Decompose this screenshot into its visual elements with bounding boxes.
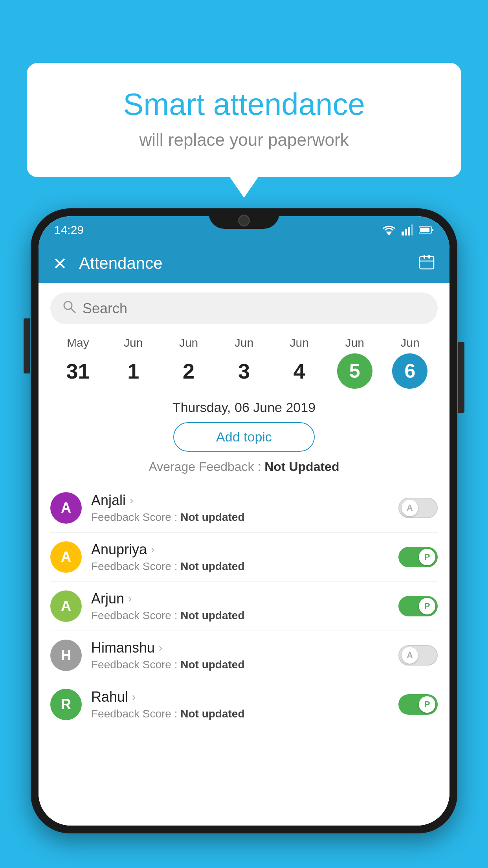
feedback-score: Feedback Score : Not updated	[91, 511, 398, 524]
svg-rect-4	[411, 224, 413, 235]
date-cell[interactable]: Jun2	[171, 336, 206, 389]
date-month: May	[67, 336, 89, 349]
speech-bubble-subtitle: will replace your paperwork	[58, 130, 430, 150]
date-day[interactable]: 1	[116, 353, 151, 389]
battery-icon	[419, 226, 434, 234]
status-time: 14:29	[54, 223, 84, 237]
toggle-knob: P	[419, 598, 435, 614]
chevron-icon: ›	[128, 592, 132, 605]
date-cell[interactable]: Jun5	[337, 336, 372, 389]
student-item: RRahul ›Feedback Score : Not updatedP	[50, 680, 438, 729]
attendance-toggle[interactable]: P	[398, 694, 438, 715]
svg-marker-0	[386, 232, 392, 235]
speech-bubble-title: Smart attendance	[58, 86, 430, 122]
date-day[interactable]: 5	[337, 353, 372, 389]
notch	[209, 208, 279, 229]
student-info: Arjun ›Feedback Score : Not updated	[91, 590, 398, 622]
svg-rect-7	[420, 228, 429, 232]
phone-container: 14:29	[31, 208, 457, 868]
student-info: Rahul ›Feedback Score : Not updated	[91, 689, 398, 720]
speech-bubble-container: Smart attendance will replace your paper…	[27, 63, 461, 177]
toggle-wrap[interactable]: P	[398, 596, 438, 616]
date-month: Jun	[400, 336, 419, 349]
app-bar-title: Attendance	[79, 254, 418, 273]
svg-line-13	[71, 309, 75, 313]
toggle-knob: P	[419, 549, 435, 565]
avatar: A	[50, 541, 82, 573]
svg-rect-6	[432, 229, 433, 231]
date-month: Jun	[179, 336, 198, 349]
date-month: Jun	[290, 336, 309, 349]
phone-outer: 14:29	[31, 208, 457, 833]
avatar: R	[50, 689, 82, 720]
chevron-icon: ›	[151, 543, 154, 556]
avg-feedback-label: Average Feedback :	[149, 460, 265, 474]
date-strip: May31Jun1Jun2Jun3Jun4Jun5Jun6	[39, 328, 449, 389]
chevron-icon: ›	[159, 642, 162, 654]
toggle-wrap[interactable]: A	[398, 498, 438, 518]
date-month: Jun	[345, 336, 364, 349]
date-day[interactable]: 4	[282, 353, 317, 389]
student-item: AAnupriya ›Feedback Score : Not updatedP	[50, 533, 438, 582]
student-name[interactable]: Rahul ›	[91, 689, 398, 705]
date-cell[interactable]: Jun6	[392, 336, 427, 389]
toggle-wrap[interactable]: P	[398, 547, 438, 567]
date-day[interactable]: 2	[171, 353, 206, 389]
signal-icon	[402, 224, 413, 235]
chevron-icon: ›	[132, 691, 136, 703]
add-topic-button[interactable]: Add topic	[173, 422, 315, 452]
toggle-wrap[interactable]: A	[398, 645, 438, 666]
date-day[interactable]: 31	[60, 353, 95, 389]
avg-feedback-value: Not Updated	[264, 460, 339, 474]
date-day[interactable]: 3	[226, 353, 262, 389]
main-content: May31Jun1Jun2Jun3Jun4Jun5Jun6 Thursday, …	[39, 283, 449, 826]
search-icon	[62, 300, 76, 317]
calendar-icon[interactable]	[418, 253, 435, 274]
student-info: Anupriya ›Feedback Score : Not updated	[91, 541, 398, 573]
svg-rect-3	[408, 227, 410, 235]
student-item: HHimanshu ›Feedback Score : Not updatedA	[50, 631, 438, 680]
attendance-toggle[interactable]: P	[398, 547, 438, 567]
attendance-toggle[interactable]: A	[398, 645, 438, 666]
search-input[interactable]	[83, 300, 426, 317]
attendance-toggle[interactable]: P	[398, 596, 438, 616]
status-icons	[382, 224, 434, 235]
svg-rect-8	[420, 256, 434, 269]
attendance-toggle[interactable]: A	[398, 498, 438, 518]
student-info: Anjali ›Feedback Score : Not updated	[91, 492, 398, 524]
close-button[interactable]: ✕	[53, 254, 67, 274]
svg-rect-10	[428, 255, 430, 259]
date-cell[interactable]: Jun1	[116, 336, 151, 389]
camera	[238, 215, 250, 226]
toggle-knob: A	[402, 647, 418, 664]
date-cell[interactable]: Jun3	[226, 336, 262, 389]
svg-rect-9	[424, 255, 425, 259]
search-bar[interactable]	[50, 292, 438, 324]
student-item: AArjun ›Feedback Score : Not updatedP	[50, 582, 438, 631]
selected-date: Thursday, 06 June 2019	[39, 400, 449, 415]
feedback-score: Feedback Score : Not updated	[91, 658, 398, 671]
toggle-knob: A	[402, 500, 418, 516]
toggle-wrap[interactable]: P	[398, 694, 438, 715]
student-name[interactable]: Anjali ›	[91, 492, 398, 509]
date-cell[interactable]: Jun4	[282, 336, 317, 389]
feedback-score: Feedback Score : Not updated	[91, 708, 398, 720]
date-month: Jun	[235, 336, 253, 349]
svg-rect-2	[405, 229, 407, 235]
app-bar: ✕ Attendance	[39, 244, 449, 283]
chevron-icon: ›	[130, 494, 133, 507]
date-cell[interactable]: May31	[60, 336, 95, 389]
avatar: H	[50, 640, 82, 671]
student-name[interactable]: Himanshu ›	[91, 640, 398, 656]
student-item: AAnjali ›Feedback Score : Not updatedA	[50, 484, 438, 533]
student-name[interactable]: Arjun ›	[91, 590, 398, 607]
avatar: A	[50, 492, 82, 524]
feedback-score: Feedback Score : Not updated	[91, 560, 398, 573]
date-month: Jun	[124, 336, 143, 349]
student-info: Himanshu ›Feedback Score : Not updated	[91, 640, 398, 671]
svg-rect-1	[402, 232, 404, 235]
phone-screen: 14:29	[39, 216, 449, 826]
date-day[interactable]: 6	[392, 353, 427, 389]
student-name[interactable]: Anupriya ›	[91, 541, 398, 558]
speech-bubble: Smart attendance will replace your paper…	[27, 63, 461, 177]
